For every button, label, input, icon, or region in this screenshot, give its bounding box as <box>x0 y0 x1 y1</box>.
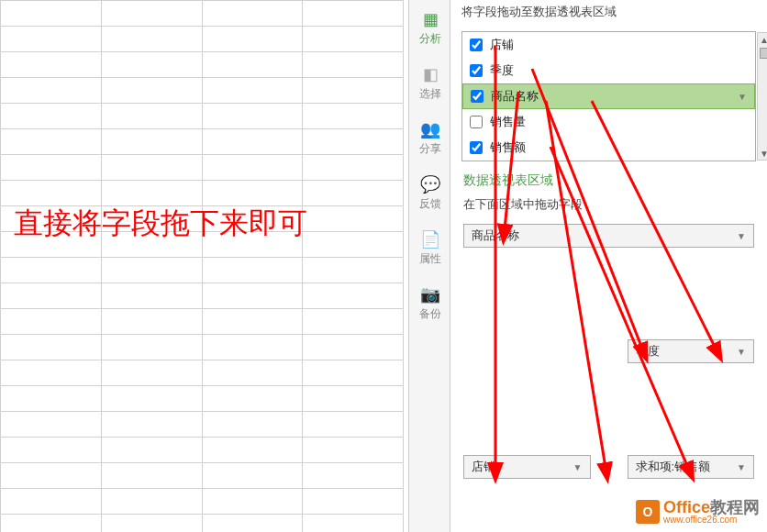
chevron-down-icon[interactable]: ▼ <box>737 231 746 241</box>
field-checkbox[interactable] <box>470 64 483 77</box>
chevron-down-icon[interactable]: ▼ <box>737 462 746 472</box>
section-title: 数据透视表区域 <box>450 161 767 193</box>
value-zone[interactable]: 求和项:销售额 ▼ <box>628 455 755 479</box>
chevron-down-icon[interactable]: ▼ <box>737 347 746 357</box>
toolbar-select[interactable]: ◧ 选择 <box>409 55 451 110</box>
field-row-store[interactable]: 店铺 <box>462 32 755 58</box>
field-list: 店铺 季度 商品名称 ▼ 销售量 销售额 ▲ ▼ <box>461 31 756 161</box>
field-row-product[interactable]: 商品名称 ▼ <box>462 83 755 109</box>
toolbar-label: 分析 <box>419 31 441 47</box>
column-chip[interactable]: 季度 ▼ <box>628 339 755 363</box>
sub-label: 在下面区域中拖动字段 <box>450 193 767 220</box>
spreadsheet-grid[interactable] <box>0 0 404 532</box>
watermark: O Office教程网 www.office26.com <box>636 499 760 525</box>
toolbar-label: 选择 <box>419 86 441 102</box>
field-label: 店铺 <box>490 37 514 53</box>
watermark-badge: O <box>636 500 660 524</box>
feedback-icon: 💬 <box>420 174 440 194</box>
column-zone[interactable]: 季度 ▼ <box>628 339 755 363</box>
toolbar-backup[interactable]: 📷 备份 <box>409 275 451 330</box>
chevron-down-icon[interactable]: ▼ <box>573 462 583 472</box>
pivot-panel: 将字段拖动至数据透视表区域 店铺 季度 商品名称 ▼ 销售量 销售额 ▲ ▼ <box>450 0 767 532</box>
value-chip[interactable]: 求和项:销售额 ▼ <box>628 455 755 479</box>
field-row-salesqty[interactable]: 销售量 <box>462 109 755 135</box>
toolbar-label: 分享 <box>419 141 441 157</box>
toolbar-label: 备份 <box>419 306 441 322</box>
select-icon: ◧ <box>423 64 439 84</box>
scroll-thumb[interactable] <box>760 48 767 59</box>
row-zone[interactable]: 店铺 ▼ <box>463 455 591 479</box>
filter-zone[interactable]: 商品名称 ▼ <box>463 224 754 248</box>
field-checkbox[interactable] <box>471 90 484 103</box>
toolbar-analyze[interactable]: ▦ 分析 <box>409 0 451 55</box>
share-icon: 👥 <box>420 119 440 139</box>
analyze-icon: ▦ <box>423 9 439 29</box>
field-label: 销售额 <box>490 139 526 156</box>
chip-label: 店铺 <box>472 459 495 475</box>
properties-icon: 📄 <box>420 229 440 249</box>
backup-icon: 📷 <box>420 284 440 305</box>
row-chip[interactable]: 店铺 ▼ <box>463 455 591 479</box>
field-checkbox[interactable] <box>470 141 483 154</box>
filter-chip[interactable]: 商品名称 ▼ <box>463 224 754 248</box>
field-checkbox[interactable] <box>470 116 483 128</box>
toolbar-feedback[interactable]: 💬 反馈 <box>409 165 451 220</box>
toolbar-label: 反馈 <box>419 196 441 212</box>
chip-label: 季度 <box>636 343 660 360</box>
field-checkbox[interactable] <box>470 39 483 51</box>
scroll-up-icon[interactable]: ▲ <box>758 33 767 46</box>
annotation-text: 直接将字段拖下来即可 <box>14 204 307 244</box>
watermark-url: www.office26.com <box>663 515 760 525</box>
field-row-salesamt[interactable]: 销售额 <box>462 135 755 161</box>
toolbar-properties[interactable]: 📄 属性 <box>409 220 451 275</box>
field-row-quarter[interactable]: 季度 <box>462 58 755 83</box>
side-toolbar: ▦ 分析 ◧ 选择 👥 分享 💬 反馈 📄 属性 📷 备份 <box>408 0 450 532</box>
chip-label: 求和项:销售额 <box>636 459 711 475</box>
toolbar-share[interactable]: 👥 分享 <box>409 110 451 165</box>
chevron-down-icon[interactable]: ▼ <box>738 92 747 102</box>
chip-label: 商品名称 <box>472 227 519 244</box>
watermark-title: Office教程网 <box>663 499 760 515</box>
field-label: 销售量 <box>490 114 526 130</box>
field-label: 商品名称 <box>491 88 539 105</box>
panel-header: 将字段拖动至数据透视表区域 <box>450 0 767 24</box>
scroll-down-icon[interactable]: ▼ <box>758 147 767 160</box>
field-label: 季度 <box>490 62 514 79</box>
scrollbar[interactable]: ▲ ▼ <box>757 32 767 161</box>
toolbar-label: 属性 <box>419 251 441 267</box>
